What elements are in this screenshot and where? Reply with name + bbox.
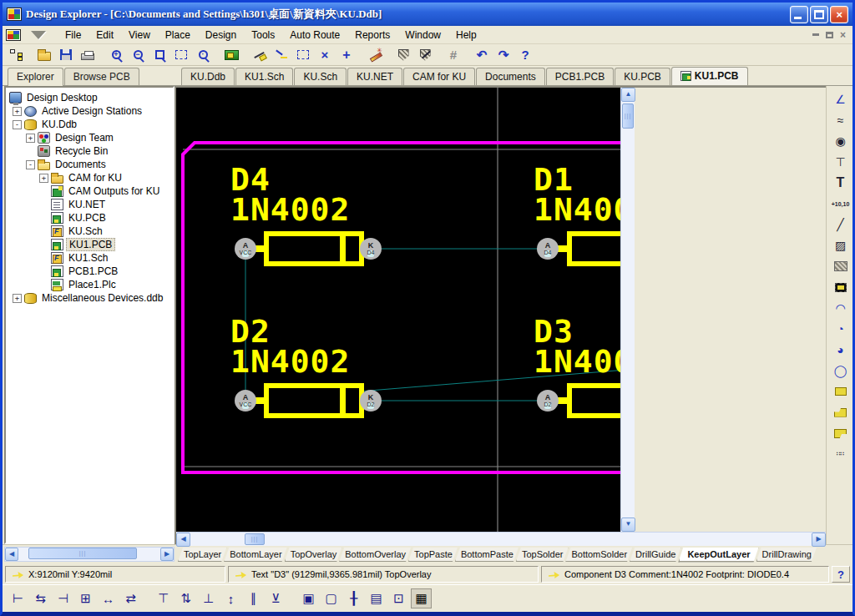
- place-component-inside-button[interactable]: ⊡: [388, 588, 409, 608]
- place-string-button[interactable]: T: [830, 173, 852, 193]
- tree-label[interactable]: KU.NET: [66, 199, 108, 210]
- zoom-out-button[interactable]: −: [128, 46, 148, 64]
- help-button[interactable]: ?: [515, 46, 535, 64]
- doc-tab-ku-pcb[interactable]: KU.PCB: [615, 68, 670, 85]
- doc-tab-ku-ddb[interactable]: KU.Ddb: [181, 68, 235, 85]
- tree-item-design-team[interactable]: +Design Team: [6, 131, 173, 144]
- close-button[interactable]: ×: [830, 6, 848, 23]
- move-to-grid-button[interactable]: ╂: [343, 588, 364, 608]
- tree-item-ku-pcb[interactable]: KU.PCB: [6, 211, 173, 225]
- drop-arrow-icon[interactable]: [31, 31, 46, 39]
- title-bar[interactable]: Design Explorer - [C:\Documents and Sett…: [3, 3, 852, 26]
- doc-tab-documents[interactable]: Documents: [476, 68, 545, 85]
- tree-label[interactable]: Design Team: [53, 132, 116, 144]
- drc-online-button[interactable]: [393, 46, 413, 64]
- menu-design[interactable]: Design: [198, 28, 244, 43]
- mdi-close-button[interactable]: ×: [840, 31, 846, 39]
- place-track-button[interactable]: ≈: [830, 110, 852, 130]
- redo-button[interactable]: ↷: [493, 46, 514, 64]
- place-coordinate-button[interactable]: +10,10: [830, 194, 852, 214]
- tree-item-active-design-stations[interactable]: +Active Design Stations: [6, 104, 173, 118]
- minimize-button[interactable]: [790, 6, 808, 23]
- tree-label[interactable]: KU1.Sch: [66, 252, 110, 264]
- layer-tab-drilldrawing[interactable]: DrillDrawing: [756, 548, 817, 562]
- silkscreen-value-d4[interactable]: 1N4002: [230, 196, 350, 223]
- tree-label[interactable]: Documents: [53, 159, 109, 170]
- mdi-minimize-button[interactable]: [812, 33, 819, 36]
- make-h-spacing-equal-button[interactable]: ↔: [98, 588, 119, 608]
- tree-label-selected[interactable]: KU1.PCB: [66, 238, 115, 251]
- cut-track-button[interactable]: [250, 46, 270, 64]
- layer-tab-toppaste[interactable]: TopPaste: [408, 548, 458, 562]
- arrange-within-rectangle-button[interactable]: ▢: [321, 588, 341, 608]
- tab-browse-pcb[interactable]: Browse PCB: [64, 68, 139, 85]
- menu-auto-route[interactable]: Auto Route: [282, 28, 347, 43]
- shove-special-button[interactable]: ▦: [411, 588, 432, 608]
- tree-item-documents[interactable]: -Documents: [6, 158, 173, 171]
- layer-tab-bottompaste[interactable]: BottomPaste: [455, 548, 519, 562]
- place-component-button[interactable]: [830, 277, 852, 297]
- layer-tab-topsolder[interactable]: TopSolder: [516, 548, 569, 562]
- increase-v-spacing-button[interactable]: ∥: [243, 588, 264, 608]
- pad-d1-a[interactable]: AD4: [537, 238, 559, 260]
- place-via-button[interactable]: ◉: [830, 131, 852, 151]
- edge-arc-button[interactable]: ◠: [830, 298, 852, 318]
- tree-item-ku-ddb[interactable]: -KU.Ddb: [6, 118, 173, 131]
- drc-off-button[interactable]: [415, 46, 435, 64]
- place-dimension-button[interactable]: ╱: [830, 215, 852, 235]
- place-pad-array-button[interactable]: ∷∷: [830, 444, 852, 464]
- expander-icon[interactable]: -: [26, 160, 35, 169]
- scroll-up-button[interactable]: ▲: [621, 88, 635, 102]
- tree-scroll-left-button[interactable]: ◀: [5, 548, 18, 561]
- align-h-centers-button[interactable]: ⊞: [75, 588, 96, 608]
- tree-item-misc-devices-ddb[interactable]: +Miscellaneous Devices.ddb: [6, 291, 173, 305]
- tab-explorer[interactable]: Explorer: [8, 68, 63, 86]
- silkscreen-value-d1[interactable]: 1N4002: [534, 196, 620, 223]
- component-d1-footprint[interactable]: [567, 231, 620, 266]
- silkscreen-ref-d1[interactable]: D1: [534, 166, 574, 193]
- doc-tab-ku1-pcb-active[interactable]: KU1.PCB: [671, 67, 748, 86]
- menu-file[interactable]: File: [58, 28, 89, 43]
- shift-left-button[interactable]: ⇆: [30, 588, 51, 608]
- silkscreen-ref-d4[interactable]: D4: [230, 166, 271, 193]
- tree-label[interactable]: CAM for KU: [66, 172, 124, 184]
- tree-label[interactable]: Miscellaneous Devices.ddb: [39, 292, 165, 304]
- menu-place[interactable]: Place: [158, 28, 198, 43]
- tree-item-ku1-pcb[interactable]: KU1.PCB: [6, 238, 173, 251]
- zoom-point-button[interactable]: ·: [193, 46, 213, 64]
- expander-icon[interactable]: +: [13, 294, 22, 303]
- menu-view[interactable]: View: [121, 28, 158, 43]
- tree-label[interactable]: KU.PCB: [66, 212, 109, 224]
- tree-item-design-desktop[interactable]: Design Desktop: [6, 91, 173, 104]
- tree-item-ku-sch[interactable]: KU.Sch: [6, 225, 173, 238]
- scroll-left-button[interactable]: ◀: [176, 533, 190, 547]
- tree-item-cam-for-ku[interactable]: +CAM for KU: [6, 171, 173, 184]
- arrange-within-room-button[interactable]: ▣: [298, 588, 319, 608]
- undo-button[interactable]: ↶: [472, 46, 492, 64]
- expander-icon[interactable]: +: [26, 134, 35, 143]
- component-d2-footprint[interactable]: [264, 383, 364, 418]
- canvas-vertical-scrollbar[interactable]: ▲ ▼: [620, 88, 635, 532]
- tree-label[interactable]: Design Desktop: [24, 92, 100, 104]
- decrease-v-spacing-button[interactable]: ⊻: [266, 588, 286, 608]
- align-right-button[interactable]: ⊣: [53, 588, 73, 608]
- menu-help[interactable]: Help: [448, 28, 484, 43]
- menu-reports[interactable]: Reports: [347, 28, 397, 43]
- deselect-button[interactable]: ×: [315, 46, 335, 64]
- tree-item-pcb1-pcb[interactable]: PCB1.PCB: [6, 265, 173, 278]
- silkscreen-value-d2[interactable]: 1N4002: [230, 348, 350, 375]
- tree-scroll-right-button[interactable]: ▶: [160, 548, 174, 561]
- component-d4-footprint[interactable]: [264, 231, 364, 266]
- pad-d3-a[interactable]: AD2: [537, 390, 559, 412]
- tree-item-cam-outputs-for-ku[interactable]: CAM Outputs for KU: [6, 184, 173, 198]
- pcb-canvas[interactable]: D4 1N4002 AVCC KD4 D1 1N4002 AD4 KD3 D2 …: [176, 88, 620, 532]
- interactive-routing-button[interactable]: ∠: [830, 89, 852, 109]
- tree-label[interactable]: PCB1.PCB: [66, 265, 120, 277]
- tree-label[interactable]: KU.Ddb: [39, 119, 79, 130]
- open-document-button[interactable]: [34, 46, 54, 64]
- place-pad-button[interactable]: ⊤: [830, 152, 852, 172]
- menu-edit[interactable]: Edit: [89, 28, 121, 43]
- component-d3-footprint[interactable]: [567, 383, 620, 418]
- set-origin-button[interactable]: ▨: [830, 235, 852, 255]
- doc-tab-pcb1-pcb[interactable]: PCB1.PCB: [546, 68, 614, 85]
